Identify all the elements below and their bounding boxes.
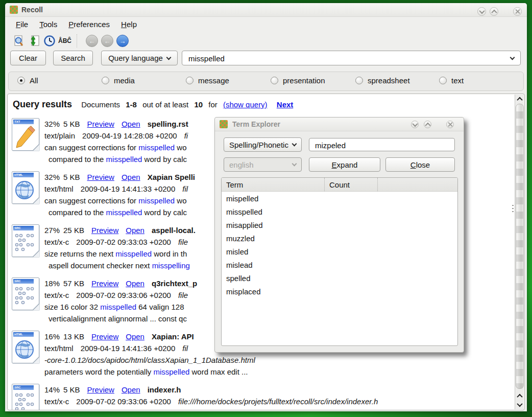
- scrollbar-thumb[interactable]: [516, 104, 524, 389]
- menu-tools[interactable]: Tools: [35, 18, 62, 30]
- filter-radio-all[interactable]: All: [17, 76, 38, 85]
- open-link[interactable]: Open: [126, 332, 144, 341]
- radio-icon: [102, 77, 109, 84]
- result-url: fil: [182, 184, 188, 193]
- history-clock-icon: [43, 35, 56, 47]
- term-row[interactable]: misapplied: [222, 218, 457, 231]
- search-button[interactable]: Search: [53, 51, 93, 65]
- preview-link[interactable]: Preview: [87, 385, 114, 394]
- dialog-close-button[interactable]: [446, 121, 454, 128]
- spellcheck-button[interactable]: ÅBĈ: [57, 33, 72, 49]
- show-query-link[interactable]: (show query): [223, 100, 268, 109]
- result-url: file: [178, 238, 188, 246]
- nav-next-icon: →: [116, 35, 129, 47]
- result-url: file: [178, 291, 188, 299]
- history-button[interactable]: [42, 33, 57, 49]
- chevron-down-icon: [292, 161, 297, 167]
- doc-update-button[interactable]: [27, 33, 42, 49]
- term-input[interactable]: [314, 140, 449, 151]
- minimize-button[interactable]: [477, 7, 486, 16]
- result-title: spelling.rst: [148, 120, 188, 128]
- result-url: fi: [184, 131, 188, 140]
- menu-preferences[interactable]: Preferences: [64, 18, 114, 30]
- count-column-header[interactable]: Count: [324, 178, 378, 191]
- open-link[interactable]: Open: [126, 226, 144, 235]
- filter-radio-spreadsheet[interactable]: spreadsheet: [355, 76, 410, 85]
- open-link[interactable]: Open: [126, 279, 144, 288]
- preview-link[interactable]: Preview: [91, 332, 118, 341]
- dialog-maximize-button[interactable]: [424, 121, 431, 128]
- doc-preview-button[interactable]: [11, 33, 27, 49]
- term-table: Term Count mispelled misspelled misappli…: [221, 177, 458, 346]
- results-header: Query results Documents 1-8 out of at le…: [13, 99, 293, 110]
- preview-link[interactable]: Preview: [87, 120, 114, 128]
- result-row: SRC 14%5 KBPreviewOpenindexer.h text/x-c…: [9, 383, 513, 410]
- doc-preview-icon: [13, 35, 25, 47]
- maximize-icon: [491, 9, 497, 15]
- window-titlebar[interactable]: Recoll: [5, 3, 527, 17]
- expansion-mode-combobox[interactable]: Spelling/Phonetic: [224, 137, 302, 152]
- maximize-button[interactable]: [490, 7, 498, 16]
- toolbar-separator: [77, 34, 82, 48]
- term-row[interactable]: muzzled: [222, 231, 457, 245]
- term-search-box[interactable]: [309, 138, 455, 151]
- term-column-header[interactable]: Term: [222, 178, 324, 191]
- dialog-minimize-button[interactable]: [411, 121, 419, 128]
- radio-icon: [17, 77, 25, 84]
- radio-icon: [186, 77, 194, 84]
- dialog-title: Term Explorer: [232, 120, 280, 128]
- clear-button[interactable]: Clear: [10, 51, 46, 65]
- term-row[interactable]: misplaced: [222, 285, 457, 298]
- scroll-up-button[interactable]: [515, 95, 524, 103]
- menu-file[interactable]: File: [11, 18, 33, 30]
- query-combobox[interactable]: [182, 51, 521, 65]
- query-mode-combobox[interactable]: Query language: [101, 51, 178, 65]
- close-dialog-button[interactable]: Close: [385, 157, 455, 172]
- nav-next-button[interactable]: →: [115, 33, 130, 49]
- result-url: fil: [182, 344, 188, 353]
- nav-prev2-icon: ←: [101, 35, 113, 47]
- results-total: 10: [194, 100, 203, 109]
- result-title: indexer.h: [148, 385, 181, 394]
- menu-help[interactable]: Help: [116, 18, 141, 30]
- filter-radio-text[interactable]: text: [439, 76, 464, 85]
- preview-link[interactable]: Preview: [91, 226, 118, 235]
- menubar: File Tools Preferences Help: [5, 16, 527, 32]
- results-title: Query results: [13, 99, 72, 109]
- nav-prev2-button[interactable]: ←: [100, 33, 115, 49]
- source-file-icon: SRC: [12, 224, 39, 257]
- query-input[interactable]: [187, 52, 501, 65]
- expand-button[interactable]: Expand: [309, 157, 380, 172]
- results-scrollbar[interactable]: [515, 95, 524, 409]
- nav-prev-button[interactable]: ←: [84, 33, 100, 49]
- preview-link[interactable]: Preview: [91, 279, 118, 288]
- minimize-icon: [479, 8, 485, 13]
- close-icon: [448, 122, 452, 127]
- chevron-up-icon: [517, 97, 522, 102]
- radio-icon: [271, 77, 278, 84]
- next-page-link[interactable]: Next: [277, 100, 294, 109]
- term-row[interactable]: mislead: [222, 258, 457, 271]
- filter-radio-media[interactable]: media: [102, 76, 135, 85]
- filter-radio-presentation[interactable]: presentation: [271, 76, 325, 85]
- nav-prev-icon: ←: [86, 35, 98, 47]
- radio-icon: [355, 77, 363, 84]
- filter-radio-message[interactable]: message: [186, 76, 229, 85]
- term-table-header: Term Count: [222, 178, 457, 192]
- open-link[interactable]: Open: [122, 385, 140, 394]
- chevron-down-icon: [292, 142, 297, 147]
- term-row[interactable]: mispelled: [222, 192, 457, 205]
- scroll-down-button[interactable]: [515, 400, 524, 409]
- scroll-up-button-bottom[interactable]: [515, 391, 524, 400]
- term-row[interactable]: misspelled: [222, 205, 457, 218]
- term-row[interactable]: spelled: [222, 271, 457, 285]
- close-button[interactable]: [513, 7, 522, 16]
- preview-link[interactable]: Preview: [87, 173, 114, 181]
- term-row[interactable]: misled: [222, 245, 457, 258]
- open-link[interactable]: Open: [122, 173, 140, 181]
- dialog-titlebar[interactable]: Term Explorer: [215, 118, 464, 131]
- minimize-icon: [412, 121, 418, 126]
- close-icon: [515, 9, 520, 14]
- chevron-down-icon[interactable]: [510, 55, 515, 60]
- open-link[interactable]: Open: [122, 120, 140, 128]
